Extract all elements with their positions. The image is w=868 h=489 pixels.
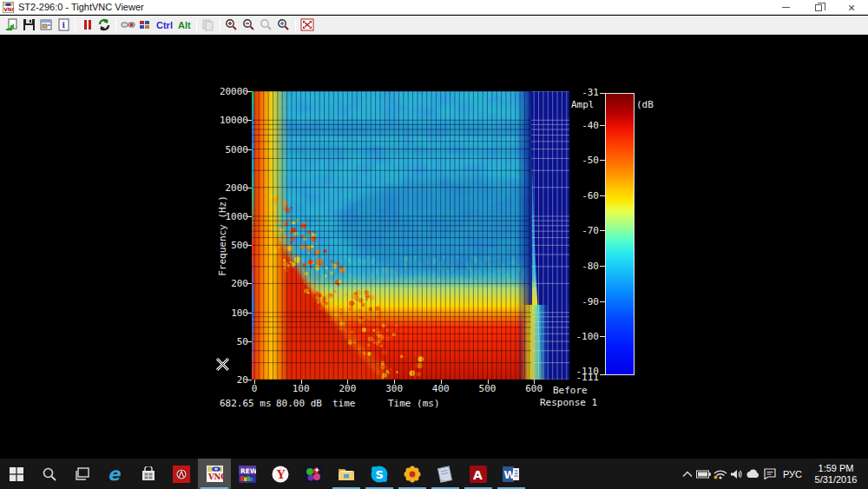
taskbar-notes-app-icon[interactable] bbox=[429, 459, 462, 489]
colorbar-max-label: -31 bbox=[550, 87, 599, 98]
taskbar-rew-icon[interactable]: REW bbox=[231, 459, 264, 489]
alt-label: Alt bbox=[175, 20, 194, 30]
connection-info-button[interactable]: i bbox=[55, 17, 72, 33]
ctrl-esc-button[interactable] bbox=[136, 17, 154, 33]
zoom-100-button[interactable] bbox=[258, 17, 275, 33]
colorbar-unit-right: (dB bbox=[636, 99, 654, 110]
taskbar-tightvnc-icon[interactable]: VNC bbox=[198, 459, 231, 489]
zoom-in-button[interactable] bbox=[223, 17, 240, 33]
taskbar-word-icon[interactable]: W bbox=[495, 459, 528, 489]
taskbar-adobe-reader-icon[interactable]: A bbox=[462, 459, 495, 489]
colorbar-unit-left: Ampl bbox=[571, 99, 595, 110]
x-axis-label: Time (ms) bbox=[388, 398, 440, 409]
taskbar-edge-icon[interactable]: e bbox=[99, 459, 132, 489]
close-button[interactable]: × bbox=[835, 0, 868, 15]
svg-text:A: A bbox=[473, 467, 483, 481]
annotation-response: Response 1 bbox=[540, 397, 597, 408]
svg-text:Y: Y bbox=[276, 468, 286, 481]
readout-time: 682.65 ms bbox=[220, 398, 272, 409]
window-title: ST2-296:0 - TightVNC Viewer bbox=[18, 2, 144, 12]
svg-text:REW: REW bbox=[240, 466, 256, 474]
system-tray: РУС 1:59 PM 5/31/2016 bbox=[679, 459, 868, 489]
transfer-files-button[interactable] bbox=[200, 17, 217, 33]
annotation-before: Before bbox=[553, 385, 588, 396]
tightvnc-logo-icon: VNC bbox=[3, 2, 14, 13]
onedrive-cloud-icon[interactable] bbox=[745, 459, 761, 489]
zoom-auto-button[interactable] bbox=[275, 17, 293, 33]
ctrl-label: Ctrl bbox=[154, 20, 175, 30]
action-center-icon[interactable] bbox=[761, 459, 778, 489]
taskbar-file-explorer-icon[interactable] bbox=[330, 459, 363, 489]
restore-button[interactable] bbox=[802, 0, 835, 15]
taskbar-flower-app-icon[interactable] bbox=[396, 459, 429, 489]
svg-text:VNC: VNC bbox=[207, 472, 223, 481]
refresh-button[interactable] bbox=[95, 17, 113, 33]
tightvnc-viewer-window: VNC ST2-296:0 - TightVNC Viewer × i bbox=[0, 0, 868, 489]
colorbar bbox=[605, 93, 635, 375]
wifi-icon[interactable] bbox=[712, 459, 728, 489]
svg-text:VNC: VNC bbox=[3, 6, 14, 12]
tray-chevron-up-icon[interactable] bbox=[679, 459, 695, 489]
taskbar-clock[interactable]: 1:59 PM 5/31/2016 bbox=[807, 463, 865, 486]
svg-text:i: i bbox=[62, 21, 65, 30]
spectrogram-plot bbox=[252, 91, 569, 380]
titlebar[interactable]: VNC ST2-296:0 - TightVNC Viewer × bbox=[0, 0, 868, 15]
remote-cursor-x bbox=[215, 357, 230, 372]
clock-date: 5/31/2016 bbox=[807, 474, 865, 486]
connection-options-button[interactable] bbox=[37, 17, 55, 33]
readout-mode: time bbox=[332, 398, 356, 409]
clock-time: 1:59 PM bbox=[807, 463, 865, 474]
y-axis-label: Frequency (Hz) bbox=[217, 184, 228, 288]
svg-text:e: e bbox=[108, 465, 122, 484]
volume-icon[interactable] bbox=[728, 459, 745, 489]
minimize-button[interactable] bbox=[769, 0, 802, 15]
zoom-out-button[interactable] bbox=[240, 17, 258, 33]
taskbar-red-app-icon[interactable] bbox=[165, 459, 198, 489]
colorbar-min-label-2: -111 bbox=[550, 372, 599, 383]
taskbar-yandex-icon[interactable]: Y bbox=[264, 459, 297, 489]
taskbar-media-app-icon[interactable] bbox=[297, 459, 330, 489]
alt-toggle-button[interactable]: Alt bbox=[175, 17, 194, 33]
taskbar-skype-icon[interactable]: S bbox=[363, 459, 396, 489]
new-connection-button[interactable] bbox=[3, 17, 20, 33]
readout-level: 80.00 dB bbox=[276, 398, 322, 409]
svg-text:W: W bbox=[504, 469, 516, 481]
save-button[interactable] bbox=[20, 17, 37, 33]
task-view-button[interactable] bbox=[66, 459, 99, 489]
language-indicator[interactable]: РУС bbox=[778, 469, 807, 479]
svg-text:S: S bbox=[376, 468, 384, 481]
pause-button[interactable] bbox=[78, 17, 95, 33]
battery-icon[interactable] bbox=[695, 459, 712, 489]
start-button[interactable] bbox=[0, 459, 33, 489]
ctrl-alt-del-button[interactable] bbox=[119, 17, 136, 33]
toolbar: i Ctrl Alt bbox=[0, 16, 868, 35]
remote-desktop-view[interactable]: Frequency (Hz) 2000010000500020001000500… bbox=[0, 35, 868, 459]
taskbar-store-icon[interactable] bbox=[132, 459, 165, 489]
taskbar-search-button[interactable] bbox=[33, 459, 66, 489]
full-screen-button[interactable] bbox=[299, 17, 316, 33]
ctrl-toggle-button[interactable]: Ctrl bbox=[154, 17, 175, 33]
